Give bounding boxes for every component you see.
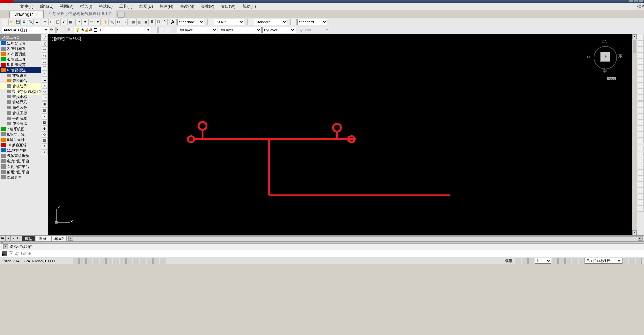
palette-item-5[interactable]: 5. 图纸规范 bbox=[0, 62, 41, 67]
menu-dimension[interactable]: 标注(N) bbox=[156, 3, 177, 10]
menu-tools[interactable]: 工具(T) bbox=[116, 3, 136, 10]
tab-first-icon[interactable]: ⏮ bbox=[0, 236, 5, 241]
menu-format[interactable]: 格式(O) bbox=[96, 3, 116, 10]
point-icon[interactable]: · bbox=[42, 113, 48, 119]
palette-item-1[interactable]: 1. 初始设置 bbox=[0, 41, 41, 46]
insert-block-icon[interactable]: ⊞ bbox=[42, 101, 48, 107]
markup-icon[interactable]: ☐ bbox=[155, 19, 161, 25]
color-select[interactable]: ByLayer bbox=[177, 27, 217, 33]
addsel-icon[interactable]: + bbox=[42, 149, 48, 155]
menu-insert[interactable]: 插入(I) bbox=[77, 3, 95, 10]
tab-next-icon[interactable]: ▸ bbox=[11, 236, 16, 241]
dim-linear-icon[interactable] bbox=[638, 146, 644, 151]
palette-sub-9[interactable]: 变径删添 bbox=[0, 121, 41, 126]
revcloud-icon[interactable]: ☁ bbox=[42, 77, 48, 83]
region-icon[interactable]: ◇ bbox=[42, 131, 48, 137]
tab-last-icon[interactable]: ⏭ bbox=[16, 236, 21, 241]
pan-icon[interactable]: ✋ bbox=[103, 19, 109, 25]
text-style-select[interactable]: Standard bbox=[177, 19, 204, 25]
polygon-icon[interactable]: ⬠ bbox=[42, 53, 48, 59]
palette-ext-1[interactable]: 电力消防平台 bbox=[0, 158, 41, 164]
tab-close-icon[interactable]: × bbox=[36, 12, 38, 16]
menu-file[interactable]: 文件(F) bbox=[17, 3, 37, 10]
hscroll-left-icon[interactable]: ◂ bbox=[68, 237, 73, 241]
palette-title[interactable]: 消防工程C... bbox=[0, 34, 41, 41]
layer-state-icon[interactable] bbox=[165, 27, 171, 33]
extend-icon[interactable] bbox=[638, 95, 644, 101]
break-icon[interactable] bbox=[638, 107, 644, 113]
circle-icon[interactable]: ○ bbox=[42, 71, 48, 77]
dim-style-icon[interactable] bbox=[207, 19, 213, 25]
menu-edit[interactable]: 编辑(E) bbox=[37, 3, 57, 10]
mtext-icon[interactable]: A bbox=[42, 143, 48, 149]
dim-radius-icon[interactable] bbox=[638, 170, 644, 176]
chamfer-icon[interactable] bbox=[638, 119, 644, 125]
palette-tail-0[interactable]: 7.绘系统图 bbox=[0, 126, 41, 132]
open-icon[interactable]: 📂 bbox=[8, 19, 14, 25]
undo-icon[interactable]: ↶ bbox=[75, 19, 82, 25]
layer-prev-icon[interactable] bbox=[158, 27, 164, 33]
tab-other-drawing[interactable]: 江苏民政厅信息机房气体设计-8.16* bbox=[43, 10, 116, 18]
scroll-down-icon[interactable]: ▾ bbox=[632, 230, 637, 235]
copy-icon[interactable]: ⎘ bbox=[48, 19, 54, 25]
rotate-icon[interactable] bbox=[638, 71, 644, 77]
app-icon[interactable] bbox=[0, 0, 13, 3]
sheetset-icon[interactable]: ▥ bbox=[136, 19, 142, 25]
menu-window[interactable]: 窗口(W) bbox=[218, 3, 239, 10]
table-icon[interactable]: ▦ bbox=[42, 137, 48, 143]
palette-sub-1[interactable]: 管径预估 bbox=[0, 78, 41, 83]
calc-icon[interactable]: 🖩 bbox=[149, 19, 155, 25]
viewcube-top[interactable]: 上 bbox=[600, 52, 610, 62]
line-icon[interactable]: ╱ bbox=[42, 35, 48, 41]
cmd-close-icon[interactable]: × bbox=[3, 244, 8, 249]
dim-angular-icon[interactable] bbox=[638, 188, 644, 194]
palette-tail-1[interactable]: 8.管网计算 bbox=[0, 132, 41, 137]
ml-style-icon[interactable] bbox=[290, 19, 297, 25]
ellipse-arc-icon[interactable]: ◠ bbox=[42, 95, 48, 101]
viewcube-south[interactable]: 南 bbox=[602, 68, 607, 74]
minimize-button[interactable]: - bbox=[629, 0, 633, 2]
palette-item-2[interactable]: 2. 智能布置 bbox=[0, 46, 41, 51]
dim-aligned-icon[interactable] bbox=[638, 152, 644, 157]
cut-icon[interactable]: ✂ bbox=[42, 19, 48, 25]
dim-baseline-icon[interactable] bbox=[638, 200, 644, 206]
cmd-grip[interactable] bbox=[1, 242, 3, 243]
linetype-select[interactable]: ByLayer bbox=[218, 27, 262, 33]
palette-item-3[interactable]: 3. 布置调整 bbox=[0, 51, 41, 57]
plotstyle-select[interactable]: ByColor bbox=[297, 27, 330, 33]
table-style-icon[interactable] bbox=[247, 19, 253, 25]
palette-sub-2[interactable]: 管径助手 bbox=[0, 83, 41, 89]
new-tab-button[interactable] bbox=[117, 12, 125, 18]
undo-dd-icon[interactable]: ▾ bbox=[82, 19, 88, 25]
drawing-canvas[interactable]: [-][俯视][二维线框] Y X bbox=[48, 34, 637, 235]
horizontal-scrollbar[interactable]: ◂ ▸ bbox=[68, 236, 643, 241]
zoom-rt-icon[interactable]: 🔍 bbox=[109, 19, 115, 25]
palette-ext-3[interactable]: 船用消防平台 bbox=[0, 169, 41, 175]
palette-item-4[interactable]: 4. 管线工具 bbox=[0, 57, 41, 62]
erase-icon[interactable] bbox=[638, 35, 644, 41]
close-button[interactable]: × bbox=[639, 0, 643, 2]
zoom-win-icon[interactable]: ⊡ bbox=[115, 19, 121, 25]
palette-sub-0[interactable]: 非标设置 bbox=[0, 73, 41, 78]
dim-quick-icon[interactable] bbox=[638, 194, 644, 200]
fillet-icon[interactable] bbox=[638, 125, 644, 131]
scale-icon[interactable] bbox=[638, 77, 644, 83]
matchprop-icon[interactable]: 🖌 bbox=[61, 19, 67, 25]
blend-icon[interactable] bbox=[638, 131, 644, 137]
preview-icon[interactable]: 🔍 bbox=[28, 19, 34, 25]
viewcube-north[interactable]: 北 bbox=[602, 38, 607, 44]
break-point-icon[interactable] bbox=[638, 101, 644, 107]
paste-icon[interactable]: 📋 bbox=[55, 19, 61, 25]
cmd-recent-icon[interactable]: ▾ bbox=[9, 251, 13, 256]
gradient-icon[interactable]: ◐ bbox=[42, 125, 48, 131]
scroll-up-icon[interactable]: ▴ bbox=[632, 34, 637, 39]
hscroll-right-icon[interactable]: ▸ bbox=[638, 237, 642, 241]
workspace-switch-icon[interactable]: ▸ bbox=[56, 27, 62, 33]
viewcube-west[interactable]: 西 bbox=[586, 53, 591, 59]
workspace-select[interactable]: AutoCAD 经典 bbox=[2, 27, 49, 33]
palette-ext-4[interactable]: 隐藏菜单 bbox=[0, 175, 41, 180]
make-block-icon[interactable]: ▦ bbox=[42, 107, 48, 113]
palette-sub-5[interactable]: 管径显示 bbox=[0, 99, 41, 105]
ucs-icon[interactable]: Y X bbox=[53, 206, 73, 226]
dim-jogged-icon[interactable] bbox=[638, 176, 644, 182]
